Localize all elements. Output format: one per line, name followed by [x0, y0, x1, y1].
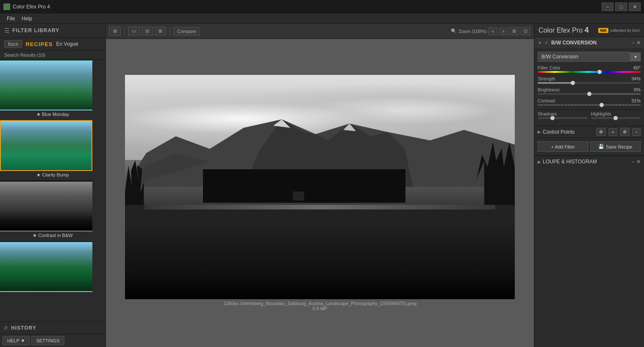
brightness-label: Brightness — [538, 87, 560, 92]
view-single-button[interactable]: ▭ — [128, 27, 140, 36]
loupe-chevron-icon: ▶ — [538, 160, 541, 164]
filter-item-blue-monday[interactable]: ★ Blue Monday — [0, 60, 105, 118]
shadows-track[interactable] — [538, 117, 588, 119]
menu-help[interactable]: Help — [18, 14, 36, 23]
zoom-fit-button[interactable]: ⊞ — [509, 27, 519, 35]
image-caption: 1280px-Untersberg_Mountain_Salzburg_Aust… — [125, 301, 515, 311]
filter-label-blue-monday: ★ Blue Monday — [0, 110, 105, 118]
highlights-label: Highlights — [591, 111, 611, 116]
control-points-label: ▶ Control Points — [538, 129, 575, 135]
save-recipe-text: Save Recipe — [606, 144, 632, 149]
strength-thumb[interactable] — [571, 81, 575, 85]
filter-dropdown-arrow-button[interactable]: ▼ — [630, 52, 641, 61]
filter-item-clarity-bump[interactable]: ★ Clarity Bump — [0, 120, 105, 179]
strength-fill — [538, 82, 573, 84]
history-title: HISTORY — [11, 325, 36, 331]
settings-button[interactable]: SETTINGS — [31, 336, 64, 345]
cp-remove-button[interactable]: − — [632, 128, 641, 136]
filter-color-value: 60° — [633, 65, 641, 70]
zoom-label: Zoom (100%) — [458, 29, 487, 34]
filter-thumb-clarity-bump — [0, 120, 92, 171]
filter-section-minus-button[interactable]: − — [632, 40, 635, 46]
shadows-slider: Shadows — [538, 111, 588, 119]
loupe-title-text: LOUPE & HISTOGRAM — [543, 159, 597, 165]
back-button[interactable]: Back — [4, 40, 22, 48]
title-bar-left: Color Efex Pro 4 — [3, 3, 50, 10]
single-view-icon: ▭ — [132, 28, 136, 34]
filter-section-header[interactable]: ▼ ✓ B/W CONVERSION − ✕ — [534, 37, 644, 48]
filter-label-contrast-bw: ★ Contrast in B&W — [0, 231, 105, 240]
brand-name: Color Efex Pro — [539, 27, 584, 34]
main-image[interactable] — [125, 75, 515, 299]
save-recipe-button[interactable]: 💾 Save Recipe — [590, 141, 641, 152]
zoom-fill-button[interactable]: ⊡ — [521, 27, 530, 35]
maximize-button[interactable]: □ — [615, 3, 627, 11]
strength-label: Strength — [538, 76, 555, 81]
search-results-label: Search Results (10) — [0, 51, 105, 60]
sidebar-menu-icon: ☰ — [4, 27, 10, 34]
minimize-button[interactable]: − — [602, 3, 613, 11]
control-points-text: Control Points — [543, 129, 575, 135]
image-wrapper: 1280px-Untersberg_Mountain_Salzburg_Aust… — [125, 75, 515, 311]
image-toolbar: ⊞ ▭ ⊟ ⊞ Compare 🔍 Zoom (100%) < > ⊞ ⊡ — [106, 24, 534, 39]
brightness-value: 0% — [634, 87, 641, 92]
contrast-value: 31% — [631, 98, 641, 103]
brightness-thumb[interactable] — [587, 92, 591, 96]
filter-item-4[interactable] — [0, 241, 105, 295]
cabin — [293, 192, 305, 201]
panel-toggle-button[interactable]: ⊞ — [109, 27, 121, 36]
image-filename: 1280px-Untersberg_Mountain_Salzburg_Aust… — [125, 301, 515, 306]
brand-version: 4 — [584, 26, 588, 34]
filter-library-header: ☰ FILTER LIBRARY — [0, 24, 105, 38]
bw-conversion-controls: B/W Conversion ▼ Filter Color 60° — [534, 48, 644, 126]
menu-bar: File Help — [0, 14, 644, 24]
nik-collection: collection by DxO — [610, 28, 640, 33]
highlights-thumb[interactable] — [613, 116, 618, 120]
panel-icon: ⊞ — [113, 28, 117, 34]
highlights-track[interactable] — [591, 117, 641, 119]
zoom-right-button[interactable]: > — [499, 28, 508, 35]
toolbar-separator-1 — [124, 27, 125, 36]
shadows-label: Shadows — [538, 111, 557, 116]
help-button[interactable]: HELP ▼ — [3, 336, 30, 345]
close-button[interactable]: ✕ — [629, 3, 641, 11]
cp-add-button[interactable]: + — [608, 128, 617, 136]
cp-target-1-button[interactable]: ⊕ — [596, 128, 606, 136]
view-dual-button[interactable]: ⊞ — [155, 27, 166, 36]
right-panel-spacer — [534, 167, 644, 347]
strength-track[interactable] — [538, 82, 641, 84]
compare-button[interactable]: Compare — [173, 27, 200, 36]
menu-file[interactable]: File — [3, 14, 18, 23]
loupe-close-button[interactable]: ✕ — [636, 159, 641, 165]
shadows-thumb[interactable] — [550, 116, 555, 120]
loupe-section[interactable]: ▶ LOUPE & HISTOGRAM − ✕ — [534, 156, 644, 167]
canvas-area: ⊞ ▭ ⊟ ⊞ Compare 🔍 Zoom (100%) < > ⊞ ⊡ — [106, 24, 534, 347]
contrast-label: Contrast — [538, 98, 555, 103]
strength-value: 34% — [631, 76, 641, 81]
brightness-track[interactable] — [538, 93, 641, 95]
zoom-info: 🔍 Zoom (100%) < > ⊞ ⊡ — [451, 27, 530, 35]
loupe-minus-button[interactable]: − — [632, 159, 635, 165]
filter-color-slider-row: Filter Color 60° — [538, 65, 641, 73]
view-split-button[interactable]: ⊟ — [142, 27, 153, 36]
contrast-track[interactable] — [538, 104, 641, 106]
brand-title: Color Efex Pro 4 — [539, 26, 589, 35]
filter-color-track[interactable] — [538, 71, 641, 73]
toolbar-separator-2 — [169, 27, 170, 36]
zoom-left-button[interactable]: < — [489, 28, 497, 35]
add-filter-button[interactable]: + Add Filter — [538, 141, 588, 152]
contrast-thumb[interactable] — [600, 103, 604, 107]
filter-color-thumb[interactable] — [597, 70, 602, 74]
filter-list: ★ Blue Monday ★ Clarity Bump ★ Contrast … — [0, 60, 105, 321]
filter-section-close-button[interactable]: ✕ — [636, 40, 641, 46]
title-bar-controls: − □ ✕ — [602, 3, 641, 11]
brightness-slider-row: Brightness 0% — [538, 87, 641, 95]
split-view-icon: ⊟ — [145, 28, 149, 34]
nik-info: NIK collection by DxO — [598, 28, 640, 33]
cp-target-2-button[interactable]: ⊕ — [620, 128, 630, 136]
main-layout: ☰ FILTER LIBRARY Back RECIPES En Vogue S… — [0, 24, 644, 347]
filter-item-contrast-bw[interactable]: ★ Contrast in B&W — [0, 181, 105, 240]
filter-dropdown-button[interactable]: B/W Conversion — [538, 52, 630, 62]
history-bar: ↺ HISTORY — [0, 321, 105, 334]
filter-dropdown-row: B/W Conversion ▼ — [538, 52, 641, 62]
